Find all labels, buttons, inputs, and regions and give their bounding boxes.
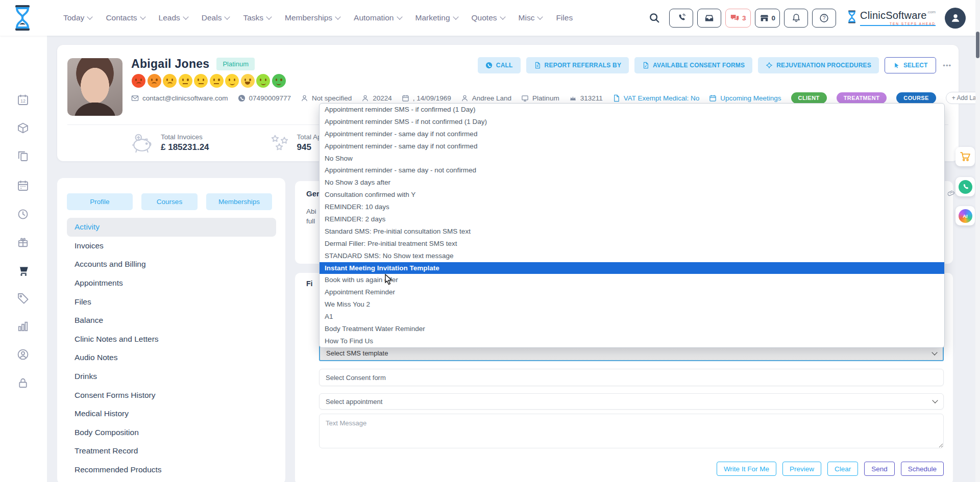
send-button[interactable]: Send: [864, 462, 895, 476]
sidebar-item-body-composition[interactable]: Body Composition: [67, 423, 276, 442]
dropdown-option[interactable]: REMINDER: 10 days: [320, 201, 944, 213]
sidebar-item-appointments[interactable]: Appointments: [67, 274, 276, 293]
rail-lock-icon[interactable]: [17, 377, 30, 390]
nav-item-deals[interactable]: Deals: [202, 13, 230, 22]
dropdown-option[interactable]: How To Find Us: [320, 335, 944, 347]
rejuvenation-procedures-button[interactable]: REJUVENATION PROCEDURES: [758, 57, 879, 73]
nav-item-files[interactable]: Files: [556, 13, 573, 22]
client-label-badge[interactable]: TREATMENT: [837, 92, 887, 104]
mood-face-10[interactable]: [272, 74, 286, 88]
mood-face-5[interactable]: [194, 74, 208, 88]
select-button[interactable]: SELECT: [885, 57, 936, 73]
sidebar-item-activity[interactable]: Activity: [67, 218, 276, 237]
call-button[interactable]: CALL: [478, 57, 521, 73]
dropdown-option[interactable]: Dermal Filler: Pre-initial treatment SMS…: [320, 238, 944, 250]
contact-chip[interactable]: Upcoming Meetings: [709, 94, 781, 102]
dropdown-option[interactable]: We Miss You 2: [320, 298, 944, 311]
mood-face-3[interactable]: [163, 74, 177, 88]
nav-item-misc[interactable]: Misc: [519, 13, 543, 22]
dropdown-option[interactable]: Instant Meeting Invitation Template: [320, 262, 944, 274]
rail-user-circle-icon[interactable]: [17, 348, 30, 362]
floating-cart-button[interactable]: [955, 147, 975, 166]
tab-memberships[interactable]: Memberships: [206, 193, 272, 210]
tab-profile[interactable]: Profile: [67, 193, 133, 210]
sidebar-item-invoices[interactable]: Invoices: [67, 237, 276, 256]
dropdown-option[interactable]: A1: [320, 311, 944, 323]
dropdown-option[interactable]: No Show: [320, 153, 944, 165]
store-button[interactable]: 0: [755, 9, 780, 28]
report-referrals-by-button[interactable]: REPORT REFERRALS BY: [526, 57, 629, 73]
mood-face-8[interactable]: [241, 74, 255, 88]
rail-copy-icon[interactable]: [17, 150, 30, 163]
mood-face-2[interactable]: [148, 74, 161, 88]
notifications-button[interactable]: [784, 9, 808, 28]
mood-face-1[interactable]: [132, 74, 145, 88]
rail-gift-icon[interactable]: [17, 236, 30, 249]
text-message-input[interactable]: [319, 414, 944, 448]
brand-logo[interactable]: ClinicSoftware.comTEN STEPS AHEAD: [846, 10, 936, 26]
dropdown-option[interactable]: Appointment reminder - same day if not c…: [320, 128, 944, 140]
client-label-badge[interactable]: COURSE: [896, 92, 936, 104]
sidebar-item-files[interactable]: Files: [67, 292, 276, 311]
sidebar-item-treatment-record[interactable]: Treatment Record: [67, 442, 276, 461]
dropdown-option[interactable]: Appointment reminder SMS - if confirmed …: [320, 104, 944, 116]
hourglass-logo-icon[interactable]: [11, 4, 34, 32]
dropdown-option[interactable]: REMINDER: 2 days: [320, 213, 944, 225]
sidebar-item-accounts-and-billing[interactable]: Accounts and Billing: [67, 255, 276, 274]
contact-chip[interactable]: VAT Exempt Medical: No: [612, 94, 700, 102]
mood-face-7[interactable]: [225, 74, 239, 88]
rail-calendar-12-icon[interactable]: 12: [17, 94, 30, 107]
mood-face-9[interactable]: [256, 74, 270, 88]
available-consent-forms-button[interactable]: AVAILABLE CONSENT FORMS: [634, 57, 752, 73]
more-options-button[interactable]: •••: [943, 62, 951, 69]
sidebar-item-recommended-products[interactable]: Recommended Products: [67, 461, 276, 479]
nav-item-today[interactable]: Today: [63, 13, 92, 22]
dropdown-option[interactable]: Appointment Reminder: [320, 286, 944, 298]
rail-tag-icon[interactable]: [17, 292, 30, 306]
schedule-button[interactable]: Schedule: [901, 462, 944, 476]
nav-item-memberships[interactable]: Memberships: [285, 13, 340, 22]
dropdown-option[interactable]: No Show 3 days after: [320, 176, 944, 189]
sidebar-item-drinks[interactable]: Drinks: [67, 367, 276, 386]
nav-item-leads[interactable]: Leads: [159, 13, 188, 22]
nav-item-quotes[interactable]: Quotes: [472, 13, 505, 22]
user-avatar[interactable]: [945, 8, 966, 29]
sidebar-item-clinic-notes-and-letters[interactable]: Clinic Notes and Letters: [67, 330, 276, 349]
dropdown-option[interactable]: Consultation confirmed with Y: [320, 189, 944, 201]
client-photo[interactable]: [67, 58, 122, 116]
dropdown-option[interactable]: Standard SMS: Pre-initial consultation S…: [320, 225, 944, 238]
page-scrollbar[interactable]: [975, 0, 980, 482]
nav-item-automation[interactable]: Automation: [354, 13, 401, 22]
rail-cart-icon[interactable]: [17, 264, 30, 277]
dropdown-option[interactable]: STANDARD SMS: No Show text message: [320, 250, 944, 262]
preview-button[interactable]: Preview: [782, 462, 821, 476]
rail-calendar-grid-icon[interactable]: [17, 180, 30, 193]
clear-button[interactable]: Clear: [827, 462, 858, 476]
floating-ai-button[interactable]: AI: [955, 206, 975, 225]
chat-button[interactable]: 3: [725, 9, 751, 28]
phone-call-button[interactable]: [669, 9, 693, 28]
rail-history-icon[interactable]: [17, 208, 30, 221]
nav-item-contacts[interactable]: Contacts: [106, 13, 144, 22]
dropdown-option[interactable]: Appointment reminder SMS - if not confir…: [320, 116, 944, 128]
sidebar-item-balance[interactable]: Balance: [67, 311, 276, 330]
page-scrollbar-thumb[interactable]: [976, 32, 979, 58]
tab-courses[interactable]: Courses: [141, 193, 198, 210]
dropdown-option[interactable]: Appointment reminder - same day - not co…: [320, 164, 944, 176]
floating-whatsapp-button[interactable]: [955, 177, 975, 196]
dropdown-option[interactable]: Body Treatment Water Reminder: [320, 323, 944, 335]
appointment-select[interactable]: Select appointment: [319, 393, 944, 410]
dropdown-option[interactable]: Book with us again offer: [320, 274, 944, 286]
sidebar-item-audio-notes[interactable]: Audio Notes: [67, 348, 276, 367]
mood-face-6[interactable]: [210, 74, 224, 88]
sidebar-item-consent-forms-history[interactable]: Consent Forms History: [67, 386, 276, 404]
client-label-badge[interactable]: CLIENT: [791, 92, 827, 104]
add-label-button[interactable]: + Add Label: [946, 92, 980, 104]
inbox-button[interactable]: [697, 9, 721, 28]
write-it-for-me-button[interactable]: Write It For Me: [717, 462, 776, 476]
consent-form-select[interactable]: Select Consent form: [319, 369, 944, 386]
mood-face-4[interactable]: [179, 74, 192, 88]
help-button[interactable]: ?: [812, 9, 836, 28]
search-icon[interactable]: [649, 12, 660, 23]
dropdown-option[interactable]: Appointment reminder - same day if not c…: [320, 140, 944, 153]
